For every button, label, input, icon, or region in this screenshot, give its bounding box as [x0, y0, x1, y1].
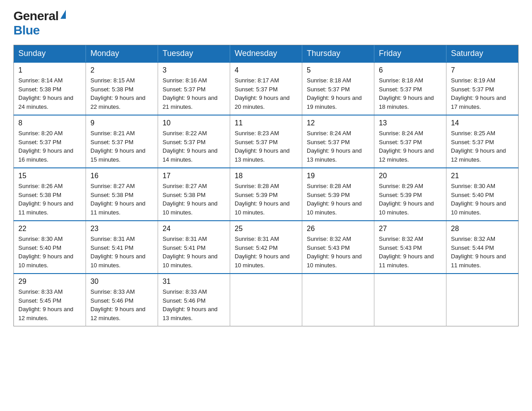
- day-info: Sunrise: 8:27 AM Sunset: 5:38 PM Dayligh…: [163, 182, 225, 217]
- day-info: Sunrise: 8:31 AM Sunset: 5:42 PM Dayligh…: [235, 235, 297, 270]
- day-info: Sunrise: 8:32 AM Sunset: 5:44 PM Dayligh…: [451, 235, 514, 270]
- day-number: 2: [90, 66, 153, 74]
- calendar-day-cell: 28 Sunrise: 8:32 AM Sunset: 5:44 PM Dayl…: [446, 221, 519, 274]
- calendar-day-cell: 15 Sunrise: 8:26 AM Sunset: 5:38 PM Dayl…: [14, 168, 86, 221]
- day-number: 10: [163, 119, 225, 127]
- day-info: Sunrise: 8:21 AM Sunset: 5:37 PM Dayligh…: [90, 129, 153, 164]
- day-number: 25: [235, 225, 297, 233]
- day-number: 26: [307, 225, 369, 233]
- day-number: 20: [379, 172, 442, 180]
- calendar-day-cell: 1 Sunrise: 8:14 AM Sunset: 5:38 PM Dayli…: [14, 62, 86, 115]
- logo-triangle-icon: [60, 10, 66, 19]
- day-number: 7: [451, 66, 514, 74]
- calendar-day-header: Tuesday: [158, 45, 230, 63]
- day-info: Sunrise: 8:23 AM Sunset: 5:37 PM Dayligh…: [235, 129, 297, 164]
- calendar-day-cell: 19 Sunrise: 8:28 AM Sunset: 5:39 PM Dayl…: [302, 168, 374, 221]
- day-number: 19: [307, 172, 369, 180]
- day-number: 17: [163, 172, 225, 180]
- day-info: Sunrise: 8:17 AM Sunset: 5:37 PM Dayligh…: [235, 76, 297, 111]
- day-info: Sunrise: 8:30 AM Sunset: 5:40 PM Dayligh…: [18, 235, 81, 270]
- day-info: Sunrise: 8:25 AM Sunset: 5:37 PM Dayligh…: [451, 129, 514, 164]
- day-info: Sunrise: 8:18 AM Sunset: 5:37 PM Dayligh…: [307, 76, 369, 111]
- day-number: 12: [307, 119, 369, 127]
- logo: General Blue: [13, 9, 66, 38]
- calendar-day-cell: 4 Sunrise: 8:17 AM Sunset: 5:37 PM Dayli…: [230, 62, 302, 115]
- day-info: Sunrise: 8:33 AM Sunset: 5:46 PM Dayligh…: [163, 287, 225, 322]
- calendar-day-cell: 26 Sunrise: 8:32 AM Sunset: 5:43 PM Dayl…: [302, 221, 374, 274]
- day-info: Sunrise: 8:32 AM Sunset: 5:43 PM Dayligh…: [307, 235, 369, 270]
- calendar-day-cell: 5 Sunrise: 8:18 AM Sunset: 5:37 PM Dayli…: [302, 62, 374, 115]
- day-number: 15: [18, 172, 81, 180]
- calendar-day-header: Monday: [86, 45, 158, 63]
- calendar-day-cell: 12 Sunrise: 8:24 AM Sunset: 5:37 PM Dayl…: [302, 115, 374, 168]
- calendar-day-header: Sunday: [14, 45, 86, 63]
- calendar-day-cell: 31 Sunrise: 8:33 AM Sunset: 5:46 PM Dayl…: [158, 274, 230, 326]
- calendar-header-row: SundayMondayTuesdayWednesdayThursdayFrid…: [14, 45, 519, 63]
- day-number: 21: [451, 172, 514, 180]
- day-info: Sunrise: 8:20 AM Sunset: 5:37 PM Dayligh…: [18, 129, 81, 164]
- day-info: Sunrise: 8:28 AM Sunset: 5:39 PM Dayligh…: [235, 182, 297, 217]
- day-number: 4: [235, 66, 297, 74]
- calendar-day-cell: 21 Sunrise: 8:30 AM Sunset: 5:40 PM Dayl…: [446, 168, 519, 221]
- calendar-week-row: 1 Sunrise: 8:14 AM Sunset: 5:38 PM Dayli…: [14, 62, 519, 115]
- day-number: 27: [379, 225, 442, 233]
- day-number: 13: [379, 119, 442, 127]
- calendar-day-cell: [446, 274, 519, 326]
- calendar-day-cell: 10 Sunrise: 8:22 AM Sunset: 5:37 PM Dayl…: [158, 115, 230, 168]
- logo-blue: Blue: [13, 23, 40, 38]
- calendar-day-cell: [230, 274, 302, 326]
- calendar-day-cell: 11 Sunrise: 8:23 AM Sunset: 5:37 PM Dayl…: [230, 115, 302, 168]
- day-number: 5: [307, 66, 369, 74]
- day-number: 22: [18, 225, 81, 233]
- calendar-day-cell: 6 Sunrise: 8:18 AM Sunset: 5:37 PM Dayli…: [374, 62, 446, 115]
- day-info: Sunrise: 8:22 AM Sunset: 5:37 PM Dayligh…: [163, 129, 225, 164]
- day-info: Sunrise: 8:19 AM Sunset: 5:37 PM Dayligh…: [451, 76, 514, 111]
- day-number: 16: [90, 172, 153, 180]
- calendar-day-cell: 16 Sunrise: 8:27 AM Sunset: 5:38 PM Dayl…: [86, 168, 158, 221]
- calendar-day-cell: 8 Sunrise: 8:20 AM Sunset: 5:37 PM Dayli…: [14, 115, 86, 168]
- page-header: General Blue: [13, 9, 519, 38]
- day-number: 23: [90, 225, 153, 233]
- calendar-day-cell: 25 Sunrise: 8:31 AM Sunset: 5:42 PM Dayl…: [230, 221, 302, 274]
- day-number: 29: [18, 278, 81, 286]
- calendar-week-row: 15 Sunrise: 8:26 AM Sunset: 5:38 PM Dayl…: [14, 168, 519, 221]
- calendar-day-cell: 24 Sunrise: 8:31 AM Sunset: 5:41 PM Dayl…: [158, 221, 230, 274]
- logo-general: General: [13, 9, 59, 23]
- day-info: Sunrise: 8:24 AM Sunset: 5:37 PM Dayligh…: [379, 129, 442, 164]
- day-info: Sunrise: 8:30 AM Sunset: 5:40 PM Dayligh…: [451, 182, 514, 217]
- day-info: Sunrise: 8:33 AM Sunset: 5:46 PM Dayligh…: [90, 287, 153, 322]
- calendar-week-row: 29 Sunrise: 8:33 AM Sunset: 5:45 PM Dayl…: [14, 274, 519, 326]
- calendar-day-cell: 20 Sunrise: 8:29 AM Sunset: 5:39 PM Dayl…: [374, 168, 446, 221]
- day-info: Sunrise: 8:29 AM Sunset: 5:39 PM Dayligh…: [379, 182, 442, 217]
- day-number: 28: [451, 225, 514, 233]
- calendar-day-cell: 17 Sunrise: 8:27 AM Sunset: 5:38 PM Dayl…: [158, 168, 230, 221]
- day-info: Sunrise: 8:28 AM Sunset: 5:39 PM Dayligh…: [307, 182, 369, 217]
- calendar-day-header: Friday: [374, 45, 446, 63]
- day-info: Sunrise: 8:24 AM Sunset: 5:37 PM Dayligh…: [307, 129, 369, 164]
- calendar-day-cell: 7 Sunrise: 8:19 AM Sunset: 5:37 PM Dayli…: [446, 62, 519, 115]
- day-number: 8: [18, 119, 81, 127]
- day-number: 6: [379, 66, 442, 74]
- calendar-day-cell: 13 Sunrise: 8:24 AM Sunset: 5:37 PM Dayl…: [374, 115, 446, 168]
- calendar-day-cell: 30 Sunrise: 8:33 AM Sunset: 5:46 PM Dayl…: [86, 274, 158, 326]
- day-number: 18: [235, 172, 297, 180]
- calendar-day-cell: 27 Sunrise: 8:32 AM Sunset: 5:43 PM Dayl…: [374, 221, 446, 274]
- calendar-day-header: Wednesday: [230, 45, 302, 63]
- calendar-day-header: Saturday: [446, 45, 519, 63]
- calendar-day-cell: [302, 274, 374, 326]
- day-info: Sunrise: 8:31 AM Sunset: 5:41 PM Dayligh…: [90, 235, 153, 270]
- day-number: 31: [163, 278, 225, 286]
- calendar-day-cell: 22 Sunrise: 8:30 AM Sunset: 5:40 PM Dayl…: [14, 221, 86, 274]
- calendar-day-header: Thursday: [302, 45, 374, 63]
- calendar-day-cell: 2 Sunrise: 8:15 AM Sunset: 5:38 PM Dayli…: [86, 62, 158, 115]
- day-info: Sunrise: 8:18 AM Sunset: 5:37 PM Dayligh…: [379, 76, 442, 111]
- day-number: 14: [451, 119, 514, 127]
- calendar-table: SundayMondayTuesdayWednesdayThursdayFrid…: [13, 45, 519, 326]
- calendar-day-cell: 14 Sunrise: 8:25 AM Sunset: 5:37 PM Dayl…: [446, 115, 519, 168]
- day-number: 11: [235, 119, 297, 127]
- day-number: 3: [163, 66, 225, 74]
- calendar-day-cell: 9 Sunrise: 8:21 AM Sunset: 5:37 PM Dayli…: [86, 115, 158, 168]
- day-number: 24: [163, 225, 225, 233]
- calendar-day-cell: 3 Sunrise: 8:16 AM Sunset: 5:37 PM Dayli…: [158, 62, 230, 115]
- day-info: Sunrise: 8:27 AM Sunset: 5:38 PM Dayligh…: [90, 182, 153, 217]
